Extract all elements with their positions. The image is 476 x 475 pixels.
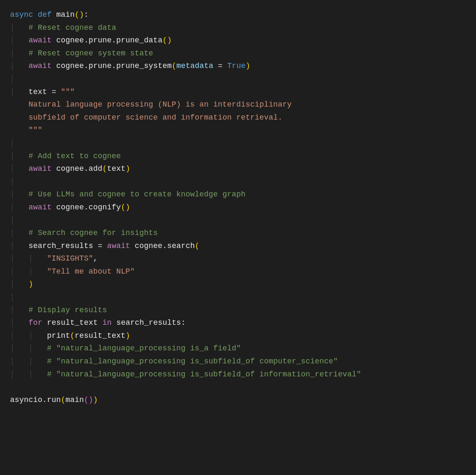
paren: ) <box>29 280 33 288</box>
comment: # Add text to cognee <box>29 152 121 160</box>
iterable: search_results <box>116 318 181 327</box>
method: prune_system <box>116 62 172 70</box>
comment: # Search cognee for insights <box>29 229 158 237</box>
code-line-19: │ search_results = await cognee.search( <box>10 240 466 253</box>
variable: text <box>29 88 47 96</box>
object: cognee <box>56 36 84 44</box>
blank-line: │ <box>10 214 466 227</box>
paren: ) <box>126 164 130 173</box>
blank-line: │ <box>10 137 466 150</box>
code-line-12: │ # Add text to cognee <box>10 150 466 163</box>
string: "INSIGHTS" <box>47 254 93 263</box>
paren: ( <box>70 331 75 340</box>
paren: ) <box>89 396 93 404</box>
comment: # Reset cognee system state <box>29 49 153 57</box>
keyword-await: await <box>29 203 52 211</box>
paren-close: ) <box>79 10 84 19</box>
paren: ( <box>195 242 199 250</box>
argument: result_text <box>75 331 126 340</box>
method: add <box>89 164 102 173</box>
keyword-await: await <box>29 36 52 44</box>
code-line-25: │ for result_text in search_results: <box>10 316 466 329</box>
code-line-18: │ # Search cognee for insights <box>10 227 466 240</box>
object: cognee <box>135 242 162 250</box>
keyword-await: await <box>29 164 52 173</box>
keyword-in: in <box>102 318 112 327</box>
parameter: metadata <box>176 62 213 70</box>
paren: ) <box>167 36 172 44</box>
keyword-def: def <box>38 10 52 19</box>
argument: text <box>107 164 126 173</box>
code-line-5: │ await cognee.prune.prune_system(metada… <box>10 60 466 73</box>
blank-line: │ <box>10 73 466 86</box>
comment: # Display results <box>29 306 107 314</box>
equals: = <box>93 242 107 250</box>
comma: , <box>93 254 98 263</box>
code-line-20: │ │ "INSIGHTS", <box>10 252 466 265</box>
keyword-async: async <box>10 10 33 19</box>
code-line-24: │ # Display results <box>10 304 466 317</box>
object: cognee <box>56 203 84 211</box>
comment: # "natural_language_processing is_subfie… <box>47 370 361 378</box>
paren: ( <box>61 396 65 404</box>
object: asyncio <box>10 396 42 404</box>
code-line-15: │ # Use LLMs and cognee to create knowle… <box>10 188 466 201</box>
blank-line: │ <box>10 291 466 304</box>
method: prune_data <box>116 36 162 44</box>
code-line-2: │ # Reset cognee data <box>10 21 466 34</box>
variable: search_results <box>29 242 93 250</box>
code-line-3: │ await cognee.prune.prune_data() <box>10 34 466 47</box>
code-line-27: │ │ # "natural_language_processing is_a … <box>10 342 466 355</box>
code-editor: async def main(): │ # Reset cognee data … <box>10 8 466 406</box>
method: prune <box>89 36 112 44</box>
blank-line <box>10 381 466 394</box>
comment: # Use LLMs and cognee to create knowledg… <box>29 190 246 198</box>
equals: = <box>213 62 227 70</box>
comment: # Reset cognee data <box>29 23 116 32</box>
function-call: print <box>47 331 70 340</box>
method: run <box>47 396 61 404</box>
string: "Tell me about NLP" <box>47 267 135 276</box>
paren: ( <box>102 164 107 173</box>
string-content: subfield of computer science and informa… <box>10 113 282 122</box>
colon: : <box>181 318 186 327</box>
function-name: main <box>56 10 75 19</box>
code-line-26: │ │ print(result_text) <box>10 329 466 342</box>
code-line-21: │ │ "Tell me about NLP" <box>10 265 466 278</box>
code-line-29: │ │ # "natural_language_processing is_su… <box>10 368 466 381</box>
keyword-await: await <box>29 62 52 70</box>
paren: ) <box>246 62 250 70</box>
paren: ) <box>126 331 130 340</box>
paren: ( <box>172 62 176 70</box>
paren: ( <box>162 36 167 44</box>
code-line-28: │ │ # "natural_language_processing is_su… <box>10 355 466 368</box>
code-line-31: asyncio.run(main()) <box>10 394 466 407</box>
code-line-9: subfield of computer science and informa… <box>10 111 466 124</box>
code-line-8: Natural language processing (NLP) is an … <box>10 98 466 111</box>
variable: result_text <box>47 318 98 327</box>
function-call: main <box>65 396 84 404</box>
paren: ( <box>84 396 89 404</box>
paren: ) <box>126 203 130 211</box>
code-line-4: │ # Reset cognee system state <box>10 47 466 60</box>
keyword-for: for <box>29 318 42 327</box>
code-line-13: │ await cognee.add(text) <box>10 162 466 175</box>
code-line-10: """ <box>10 124 466 137</box>
keyword-await: await <box>107 242 130 250</box>
code-line-7: │ text = """ <box>10 86 466 99</box>
code-line-1: async def main(): <box>10 8 466 21</box>
comment: # "natural_language_processing is_subfie… <box>47 357 338 365</box>
paren: ( <box>121 203 126 211</box>
code-line-16: │ await cognee.cognify() <box>10 201 466 214</box>
keyword-true: True <box>227 62 246 70</box>
method: cognify <box>89 203 121 211</box>
paren: ) <box>93 396 98 404</box>
string-quotes: """ <box>61 88 75 96</box>
equals: = <box>47 88 61 96</box>
object: cognee <box>56 164 84 173</box>
paren-open: ( <box>75 10 79 19</box>
string-quotes: """ <box>10 126 42 134</box>
colon: : <box>84 10 89 19</box>
object: cognee <box>56 62 84 70</box>
blank-line: │ <box>10 175 466 188</box>
